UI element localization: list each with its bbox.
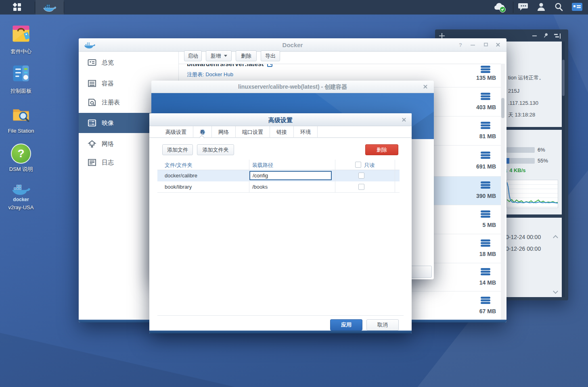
schedule-date-2: 0-12-26 00:00 <box>506 246 541 252</box>
control-panel-icon <box>10 63 31 84</box>
sidebar-item-overview[interactable]: 总览 <box>79 56 179 69</box>
mount-path-input[interactable] <box>249 171 332 180</box>
close-button[interactable] <box>423 84 428 89</box>
user-menu-button[interactable] <box>536 2 549 13</box>
dialog-bottom-edge <box>149 331 412 333</box>
cancel-button[interactable]: 取消 <box>366 319 399 331</box>
readonly-checkbox[interactable] <box>358 184 364 190</box>
uptime-text: 天 13:18:28 <box>508 111 535 119</box>
start-button[interactable]: 启动 <box>184 50 202 61</box>
delete-volume-button[interactable]: 删除 <box>365 144 398 155</box>
tab-advanced-settings[interactable]: 高级设置 <box>159 126 193 138</box>
tab-environment[interactable]: 环境 <box>294 126 318 138</box>
widgets-button[interactable] <box>571 2 585 12</box>
table-row-selected[interactable]: docker/calibre <box>157 170 400 181</box>
advanced-settings-dialog: 高级设置 高级设置 卷 网络 端口设置 链接 环境 添加文件 添加文件夹 删除 … <box>149 113 412 333</box>
ram-usage-bar <box>506 158 535 164</box>
docker-whale-icon <box>12 182 30 196</box>
column-separator <box>249 160 249 192</box>
search-icon <box>554 2 563 12</box>
taskbar <box>0 0 588 15</box>
add-button-label: 新增 <box>211 52 221 60</box>
table-row[interactable]: book/library /books <box>157 181 400 193</box>
sidebar-item-label: 网络 <box>102 140 114 148</box>
ram-percent: 55% <box>538 158 548 164</box>
main-menu-button[interactable] <box>0 0 35 15</box>
overview-icon <box>88 58 96 67</box>
user-icon <box>536 2 546 12</box>
desktop-icon-control-panel[interactable]: 控制面板 <box>0 63 42 95</box>
list-scrollbar[interactable] <box>501 64 505 320</box>
delete-button[interactable]: 删除 <box>236 50 257 61</box>
database-icon <box>481 93 490 100</box>
widget-minimize-icon[interactable] <box>532 35 537 36</box>
desktop-icon-package-center[interactable]: 套件中心 <box>0 23 42 55</box>
image-size: 14 MB <box>479 279 496 286</box>
desktop-icon-file-station[interactable]: File Station <box>0 103 42 134</box>
column-header-file[interactable]: 文件/文件夹 <box>165 162 193 169</box>
desktop-icon-label: 控制面板 <box>0 87 42 95</box>
network-speed-value: 4 KB/s <box>509 167 525 173</box>
column-separator <box>395 160 395 192</box>
export-button[interactable]: 导出 <box>261 50 280 61</box>
desktop: 套件中心 控制面板 File Station ? DSM 说明 <box>0 0 588 387</box>
desktop-icon-label: File Station <box>0 128 42 134</box>
column-header-mount[interactable]: 装载路径 <box>252 162 273 169</box>
widget-scrollbar-thumb[interactable] <box>562 60 565 96</box>
close-button[interactable] <box>401 117 407 123</box>
tab-links[interactable]: 链接 <box>270 126 294 138</box>
modal-titlebar: linuxserver/calibre-web(latest) - 创建容器 <box>151 81 434 93</box>
apply-button[interactable]: 应用 <box>330 319 362 331</box>
sidebar-item-label: 总览 <box>102 59 114 67</box>
cpu-percent: 6% <box>538 147 545 153</box>
health-status-text: tion 运转正常。 <box>508 74 544 81</box>
desktop-icon-docker-v2ray[interactable]: docker v2ray-USA <box>0 182 42 210</box>
panel-layout-icon[interactable] <box>554 33 561 40</box>
tab-port-settings[interactable]: 端口设置 <box>236 126 270 138</box>
network-chart <box>506 180 558 208</box>
taskbar-separator <box>513 2 513 13</box>
list-scrollbar-thumb[interactable] <box>501 98 504 118</box>
add-file-button[interactable]: 添加文件 <box>162 144 193 155</box>
modal-title: linuxserver/calibre-web(latest) - 创建容器 <box>151 83 434 91</box>
add-widget-icon[interactable] <box>439 33 445 39</box>
network-speed: ↓ 4 KB/s <box>505 167 526 173</box>
add-button[interactable]: 新增 <box>206 50 232 61</box>
desktop-icon-label: 套件中心 <box>0 48 42 55</box>
cpu-usage-bar <box>506 147 535 153</box>
add-folder-button[interactable]: 添加文件夹 <box>197 144 234 155</box>
readonly-checkbox[interactable] <box>358 173 364 179</box>
help-button[interactable]: ? <box>459 42 462 48</box>
image-size: 67 MB <box>479 308 496 314</box>
search-button[interactable] <box>554 2 567 13</box>
log-icon <box>88 158 96 166</box>
tab-network[interactable]: 网络 <box>212 126 236 138</box>
column-header-readonly[interactable]: 只读 <box>364 162 375 169</box>
ip-address-text: .117.125.130 <box>508 100 538 106</box>
taskbar-docker-button[interactable] <box>36 0 64 15</box>
cloud-sync-button[interactable] <box>493 2 508 14</box>
file-station-icon <box>10 103 31 124</box>
minimize-button[interactable] <box>471 45 475 46</box>
desktop-icon-label: v2ray-USA <box>0 204 42 210</box>
desktop-icon-dsm-help[interactable]: ? DSM 说明 <box>0 144 42 173</box>
pin-icon[interactable] <box>542 32 549 39</box>
close-button[interactable] <box>495 42 501 48</box>
widgets-icon <box>571 2 583 11</box>
dialog-titlebar: 高级设置 <box>149 113 412 126</box>
notifications-button[interactable] <box>518 2 531 13</box>
image-size: 390 MB <box>476 193 496 199</box>
maximize-button[interactable] <box>484 43 488 46</box>
table-header-row: 文件/文件夹 装载路径 只读 <box>157 160 400 170</box>
network-icon <box>88 140 96 148</box>
database-icon <box>481 66 490 73</box>
sidebar-item-label: 注册表 <box>102 99 120 106</box>
delete-button-label: 删除 <box>241 52 251 60</box>
device-model-text: 215J <box>508 88 519 94</box>
widget-scrollbar[interactable] <box>562 42 565 297</box>
export-button-label: 导出 <box>265 52 276 60</box>
dialog-title: 高级设置 <box>149 117 412 124</box>
docker-logo-text: docker <box>0 197 42 202</box>
readonly-header-checkbox[interactable] <box>355 162 361 168</box>
sidebar-item-label: 容器 <box>102 80 114 87</box>
